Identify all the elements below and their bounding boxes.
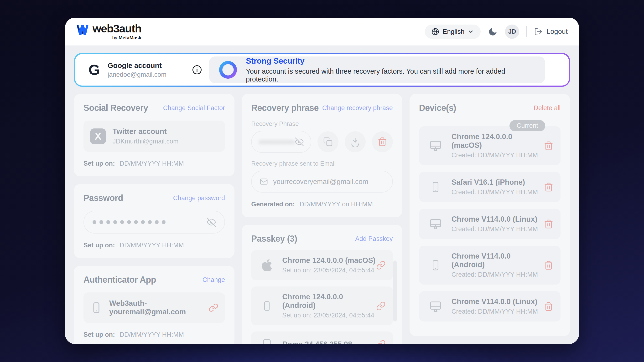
recovery-email-value: yourrecoveryemail@gmail.com [273,178,368,186]
toggle-phrase-visibility-button[interactable] [295,137,304,146]
language-selector[interactable]: English [425,24,480,39]
authenticator-row: Web3auth-youremail@gmal.com [84,292,225,323]
connected-account: G Google account janedoe@gmail.com [75,61,209,78]
device-row: Chrome V114.0.0 (Linux) Created: DD/MM/Y… [419,291,560,322]
trash-icon [544,302,553,311]
passkey-link-button[interactable] [376,261,386,270]
app-window: web3auth by MetaMask English [65,18,579,344]
trash-icon [378,137,387,147]
download-icon [350,137,360,147]
info-icon [192,65,202,75]
password-field[interactable] [84,211,225,234]
recovery-email-field[interactable]: yourrecoveryemail@gmail.com [251,171,392,193]
recovery-phrase-field[interactable]: xxxxxxxxxxxxxxx [251,131,311,153]
link-icon [376,301,386,311]
delete-device-button[interactable] [544,219,553,229]
avatar[interactable]: JD [505,24,519,39]
passkey-row: Chrome 124.0.0.0 (macOS) Set up on: 23/0… [251,250,392,280]
unlink-authenticator-button[interactable] [209,303,218,313]
logout-button[interactable]: Logout [534,27,568,36]
passkey-title: Passkey (3) [251,234,297,244]
moon-icon [488,27,498,37]
security-banner: G Google account janedoe@gmail.com [74,53,570,87]
twitter-x-icon: X [90,128,106,144]
security-ring-icon [219,60,237,79]
desktop-icon [426,139,445,152]
download-phrase-button[interactable] [345,131,366,152]
passkey-scrollbar[interactable] [393,261,397,322]
avatar-initials: JD [508,28,516,35]
delete-all-devices-link[interactable]: Delete all [534,104,560,112]
recovery-email-label: Recovery phrase sent to Email [251,160,392,167]
social-recovery-title: Social Recovery [84,103,148,113]
change-password-link[interactable]: Change password [173,194,225,202]
trash-icon [544,141,553,151]
password-title: Password [84,193,123,203]
phone-icon [426,181,445,194]
tablet-icon [258,338,276,344]
device-created: Created: DD/MM/YYY HH:MM [452,308,538,315]
delete-device-button[interactable] [544,302,553,311]
setup-on-label: Set up on: [84,331,115,338]
social-recovery-card: Social Recovery Change Social Factor X T… [74,94,234,176]
device-created: Created: DD/MM/YYY HH:MM [452,271,544,278]
delete-device-button[interactable] [544,182,553,192]
passkey-device: Rome 24.456.355.98 [282,340,352,344]
toggle-password-visibility-button[interactable] [207,218,216,227]
add-passkey-link[interactable]: Add Passkey [355,235,393,243]
logout-icon [534,27,543,36]
header-controls: English JD [425,24,568,39]
delete-device-button[interactable] [544,141,553,151]
delete-phrase-button[interactable] [372,131,393,152]
change-social-factor-link[interactable]: Change Social Factor [163,104,225,112]
twitter-account-email: JDKmurthi@gmail.com [112,138,178,145]
phone-icon [90,302,102,314]
security-level-title: Strong Security [246,56,536,65]
recovery-phrase-card: Recovery phrase Change recovery phrase R… [242,94,402,217]
desktop-icon [426,218,445,230]
device-created: Created: DD/MM/YYY HH:MM [452,189,538,196]
passkey-device: Chrome 124.0.0.0 (macOS) [282,256,376,265]
generated-on-value: DD/MM/YYYY on HH:MM [300,201,373,208]
device-row: Safari V16.1 (iPhone) Created: DD/MM/YYY… [419,172,560,202]
apple-icon [258,258,276,272]
device-row: Chrome V114.0.0 (Linux) Created: DD/MM/Y… [419,209,560,239]
eye-off-icon [207,218,216,227]
logout-label: Logout [546,28,568,35]
copy-phrase-button[interactable] [318,131,338,152]
google-icon: G [88,62,100,77]
device-row: Chrome V114.0.0 (Android) Created: DD/MM… [419,246,560,285]
device-created: Created: DD/MM/YYY HH:MM [452,152,544,159]
twitter-account-row: X Twitter account JDKmurthi@gmail.com [84,121,225,152]
setup-on-value: DD/MM/YYYY HH:MM [120,331,184,338]
recovery-phrase-label: Recovery Phrase [251,120,392,127]
passkey-card: Passkey (3) Add Passkey Chrome 124.0.0.0… [242,225,402,344]
dark-mode-toggle[interactable] [488,27,498,37]
devices-card: Device(s) Delete all Current Chrome 124.… [410,94,570,336]
authenticator-email: Web3auth-youremail@gmal.com [109,299,209,316]
globe-icon [432,28,439,35]
web3auth-logo: web3auth by MetaMask [76,23,142,40]
device-name: Chrome V114.0.0 (Linux) [452,215,538,224]
security-status-panel: Strong Security Your account is secured … [209,56,545,83]
page-background: web3auth by MetaMask English [0,0,644,362]
change-authenticator-link[interactable]: Change [202,276,225,284]
passkey-link-button[interactable] [376,301,386,311]
authenticator-title: Authenticator App [84,275,156,285]
language-label: English [442,28,464,35]
setup-on-value: DD/MM/YYYY HH:MM [120,242,184,249]
device-created: Created: DD/MM/YYY HH:MM [452,225,538,233]
change-recovery-phrase-link[interactable]: Change recovery phrase [322,104,393,112]
account-info-button[interactable] [192,65,202,75]
setup-on-label: Set up on: [84,160,115,167]
device-name: Chrome 124.0.0.0 (macOS) [452,132,544,150]
phone-icon [258,300,276,312]
device-name: Chrome V114.0.0 (Android) [452,252,544,269]
password-card: Password Change password [74,184,234,258]
passkey-row: Rome 24.456.355.98 [251,332,392,344]
chevron-down-icon [468,28,474,35]
passkey-link-button[interactable] [376,340,386,344]
delete-device-button[interactable] [544,261,553,270]
logo-wordmark: web3auth [92,23,142,34]
link-icon [376,340,386,344]
